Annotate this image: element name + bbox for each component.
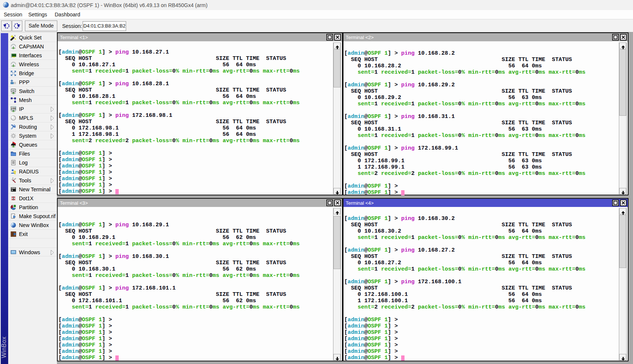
svg-text:255: 255 (11, 107, 16, 110)
